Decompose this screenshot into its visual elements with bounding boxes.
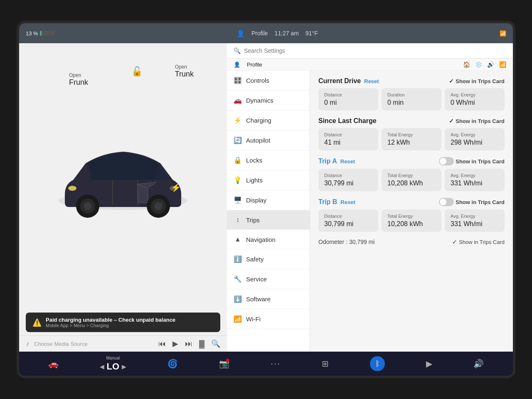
nav-item-trips[interactable]: ↕️ Trips xyxy=(227,210,310,230)
search-media-icon[interactable]: 🔍 xyxy=(211,339,220,348)
autopilot-icon: 🔄 xyxy=(234,136,242,144)
current-drive-show-trips: ✓ Show in Trips Card xyxy=(449,78,505,84)
prev-track-button[interactable]: ⏮ xyxy=(158,340,166,348)
dots-icon: ··· xyxy=(271,358,281,369)
software-icon: ⬇️ xyxy=(234,295,242,303)
slc-total-energy: Total Energy 12 kWh xyxy=(382,128,441,150)
svg-point-11 xyxy=(170,186,178,191)
current-drive-reset[interactable]: Reset xyxy=(364,78,379,84)
media-controls: ⏮ ▶ ⏭ ▓ 🔍 xyxy=(158,339,220,348)
media-play-icon: ▶ xyxy=(426,359,432,369)
trip-a-show-trips: Show in Trips Card xyxy=(439,157,505,165)
lock-icon-display: 🔓 xyxy=(131,66,143,77)
taskbar-fan-control[interactable]: Manual ◀ LO ▶ xyxy=(100,356,127,372)
trip-a-reset[interactable]: Reset xyxy=(340,158,355,165)
nav-label-controls: Controls xyxy=(246,77,269,84)
trip-a-label: Trip A xyxy=(318,158,337,165)
play-pause-button[interactable]: ▶ xyxy=(172,339,178,348)
trips-icon: ↕️ xyxy=(234,216,242,224)
nav-item-autopilot[interactable]: 🔄 Autopilot xyxy=(227,131,310,150)
locks-icon: 🔒 xyxy=(234,156,242,164)
right-panel: 🔍 👤 Profile 🏠 ❄️ 🔊 📶 🎛️ xyxy=(227,43,513,352)
distance-label-3: Distance xyxy=(324,173,372,178)
nav-item-locks[interactable]: 🔒 Locks xyxy=(227,150,310,170)
temperature-display: 91°F xyxy=(305,30,318,37)
current-drive-label: Current Drive xyxy=(318,77,361,85)
screen-bezel: 13 % 👤 Profile 11:27 am 91°F 📶 Open Frun… xyxy=(17,21,515,378)
fan-speed-control[interactable]: ◀ LO ▶ xyxy=(100,361,127,372)
trip-a-total-energy: Total Energy 10,208 kWh xyxy=(382,169,441,191)
trip-b-toggle[interactable] xyxy=(439,198,454,206)
current-drive-title: Current Drive Reset ✓ Show in Trips Card xyxy=(318,77,505,85)
wiper-icon: 🌀 xyxy=(167,359,178,369)
profile-icon-small: 👤 xyxy=(236,30,245,37)
nav-label-wifi: Wi-Fi xyxy=(246,315,261,323)
since-last-charge-title: Since Last Charge ✓ Show in Trips Card xyxy=(318,117,505,125)
trip-b-reset[interactable]: Reset xyxy=(340,199,355,205)
trunk-open-text: Open xyxy=(175,64,194,70)
trip-a-toggle[interactable] xyxy=(439,157,454,165)
taskbar-grid[interactable]: ⊞ xyxy=(322,359,329,369)
nav-item-dynamics[interactable]: 🚗 Dynamics xyxy=(227,91,310,111)
controls-icon: 🎛️ xyxy=(234,76,242,84)
signal-icon-profile: 📶 xyxy=(499,61,506,68)
odometer-row: Odometer : 30,799 mi ✓ Show in Trips Car… xyxy=(318,239,505,245)
svg-point-5 xyxy=(84,202,92,210)
taskbar-wiper[interactable]: 🌀 xyxy=(167,359,178,369)
left-panel: Open Frunk Open Trunk 🔓 xyxy=(19,43,227,352)
climate-icon: ❄️ xyxy=(475,61,482,68)
media-player: ♪ Choose Media Source ⏮ ▶ ⏭ ▓ 🔍 xyxy=(19,335,227,352)
odometer-checkmark: ✓ xyxy=(452,239,457,245)
nav-label-locks: Locks xyxy=(246,157,262,164)
nav-item-wifi[interactable]: 📶 Wi-Fi xyxy=(227,309,310,329)
nav-item-display[interactable]: 🖥️ Display xyxy=(227,190,310,210)
settings-nav: 🎛️ Controls 🚗 Dynamics ⚡ Charging 🔄 Auto… xyxy=(227,71,310,352)
avg-energy-label-4: Avg. Energy xyxy=(451,214,499,219)
next-track-button[interactable]: ⏭ xyxy=(185,340,192,348)
nav-item-controls[interactable]: 🎛️ Controls xyxy=(227,71,310,91)
frunk-label[interactable]: Open Frunk xyxy=(69,72,88,87)
since-last-charge-section: Since Last Charge ✓ Show in Trips Card D… xyxy=(318,117,505,150)
battery-indicator: 13 % xyxy=(26,30,55,37)
taskbar-volume[interactable]: 🔊 xyxy=(473,359,484,369)
taskbar-camera[interactable]: 📷 xyxy=(219,359,229,369)
search-input[interactable] xyxy=(244,47,506,54)
current-drive-stats: Distance 0 mi Duration 0 min Avg. Energy… xyxy=(318,88,505,111)
search-icon: 🔍 xyxy=(234,47,241,54)
total-energy-label-4: Total Energy xyxy=(387,214,436,219)
distance-label-4: Distance xyxy=(324,214,372,219)
nav-label-trips: Trips xyxy=(246,217,260,224)
nav-label-software: Software xyxy=(246,296,271,303)
trunk-label[interactable]: Open Trunk xyxy=(175,64,194,79)
taskbar-bluetooth[interactable]: ᛒ xyxy=(370,356,385,371)
equalizer-icon[interactable]: ▓ xyxy=(199,340,204,348)
dynamics-icon: 🚗 xyxy=(234,96,242,104)
volume-icon: 🔊 xyxy=(473,359,484,369)
bluetooth-icon[interactable]: ᛒ xyxy=(370,356,385,371)
total-energy-label-2: Total Energy xyxy=(387,132,436,137)
fan-label: Manual xyxy=(106,356,120,360)
camera-notification-dot xyxy=(226,359,229,362)
nav-item-software[interactable]: ⬇️ Software xyxy=(227,289,310,309)
notification-title: Paid charging unavailable – Check unpaid… xyxy=(46,317,175,323)
svg-point-10 xyxy=(68,186,76,191)
battery-bar xyxy=(40,31,55,36)
nav-item-charging[interactable]: ⚡ Charging xyxy=(227,111,310,131)
taskbar-media-play[interactable]: ▶ xyxy=(426,359,432,369)
fan-left-arrow[interactable]: ◀ xyxy=(100,363,104,370)
distance-label-2: Distance xyxy=(324,132,372,137)
current-drive-energy: Avg. Energy 0 Wh/mi xyxy=(445,88,505,111)
nav-item-lights[interactable]: 💡 Lights xyxy=(227,170,310,190)
trip-b-label: Trip B xyxy=(318,198,337,206)
total-energy-value-3: 10,208 kWh xyxy=(387,180,436,187)
profile-bar: 👤 Profile 🏠 ❄️ 🔊 📶 xyxy=(227,59,513,71)
status-right: 📶 xyxy=(500,30,506,37)
nav-item-safety[interactable]: ℹ️ Safety xyxy=(227,249,310,269)
fan-right-arrow[interactable]: ▶ xyxy=(122,363,126,370)
taskbar-car[interactable]: 🚗 xyxy=(48,359,59,369)
since-last-charge-show-label: Show in Trips Card xyxy=(456,118,505,124)
taskbar-dots[interactable]: ··· xyxy=(271,358,281,369)
nav-item-navigation[interactable]: ▲ Navigation xyxy=(227,230,310,249)
current-drive-duration: Duration 0 min xyxy=(382,88,441,111)
nav-item-service[interactable]: 🔧 Service xyxy=(227,269,310,289)
